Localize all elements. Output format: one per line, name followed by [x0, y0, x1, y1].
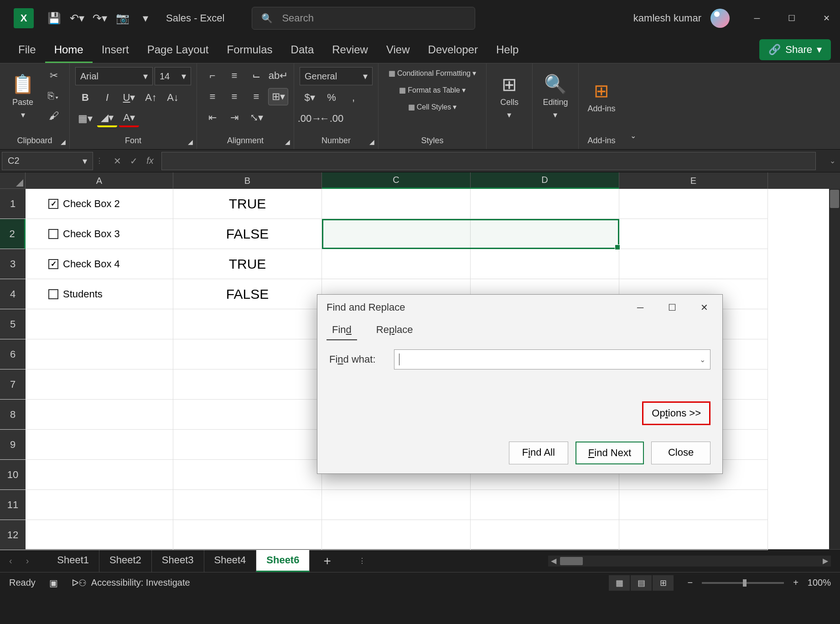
- cell-D12[interactable]: [471, 520, 619, 550]
- row-header-8[interactable]: 8: [0, 400, 26, 430]
- checkbox[interactable]: [48, 229, 58, 239]
- expand-formula-bar-button[interactable]: ⌄: [830, 156, 835, 165]
- column-header-C[interactable]: C: [322, 172, 471, 189]
- cell-styles-button[interactable]: ▦ Cell Styles ▾: [384, 101, 481, 113]
- font-launcher[interactable]: ◢: [188, 138, 193, 146]
- row-header-10[interactable]: 10: [0, 460, 26, 490]
- macro-record-button[interactable]: ▣: [49, 577, 58, 588]
- cell-A1[interactable]: Check Box 2: [26, 189, 173, 219]
- dialog-close-button[interactable]: ✕: [695, 298, 713, 317]
- insert-function-button[interactable]: fx: [143, 154, 157, 168]
- sheet-nav-prev-button[interactable]: ‹: [9, 556, 12, 566]
- row-header-4[interactable]: 4: [0, 279, 26, 309]
- row-header-1[interactable]: 1: [0, 189, 26, 219]
- sheet-tab-sheet2[interactable]: Sheet2: [99, 550, 152, 572]
- conditional-formatting-button[interactable]: ▦ Conditional Formatting ▾: [384, 67, 481, 79]
- tab-help[interactable]: Help: [487, 38, 528, 63]
- column-header-E[interactable]: E: [619, 172, 768, 189]
- tab-insert[interactable]: Insert: [93, 38, 138, 63]
- find-all-button[interactable]: Find All: [509, 442, 568, 464]
- tab-review[interactable]: Review: [323, 38, 377, 63]
- accessibility-button[interactable]: ᐅ⚇ Accessibility: Investigate: [72, 577, 190, 588]
- column-header-B[interactable]: B: [173, 172, 322, 189]
- select-all-corner[interactable]: [0, 172, 26, 189]
- sheet-tab-sheet3[interactable]: Sheet3: [152, 550, 204, 572]
- maximize-button[interactable]: ☐: [783, 9, 801, 27]
- cell-B10[interactable]: [173, 460, 322, 490]
- row-header-6[interactable]: 6: [0, 339, 26, 369]
- paste-button[interactable]: 📋 Paste ▾: [5, 67, 40, 126]
- cell-D1[interactable]: [471, 189, 619, 219]
- cell-A7[interactable]: [26, 369, 173, 400]
- scroll-right-button[interactable]: ▶: [820, 556, 831, 565]
- enter-formula-button[interactable]: ✓: [127, 154, 140, 168]
- tab-home[interactable]: Home: [45, 38, 93, 63]
- dialog-maximize-button[interactable]: ☐: [663, 298, 681, 317]
- sheet-tab-sheet6[interactable]: Sheet6: [256, 550, 310, 572]
- cancel-formula-button[interactable]: ✕: [110, 154, 124, 168]
- vertical-scrollbar[interactable]: [829, 189, 840, 549]
- cell-B5[interactable]: [173, 309, 322, 339]
- page-break-view-button[interactable]: ⊞: [653, 575, 674, 591]
- number-launcher[interactable]: ◢: [369, 138, 374, 146]
- align-middle-button[interactable]: ≡: [224, 67, 244, 84]
- user-account[interactable]: kamlesh kumar: [633, 9, 730, 28]
- tab-formulas[interactable]: Formulas: [218, 38, 282, 63]
- cell-B7[interactable]: [173, 369, 322, 400]
- cell-B6[interactable]: [173, 339, 322, 369]
- options-button[interactable]: Options >>: [642, 401, 710, 425]
- search-box[interactable]: 🔍 Search: [252, 7, 475, 30]
- bold-button[interactable]: B: [75, 89, 95, 106]
- close-dialog-button[interactable]: Close: [651, 442, 710, 464]
- redo-icon[interactable]: ↷▾: [93, 11, 107, 25]
- chevron-down-icon[interactable]: ⌄: [700, 355, 705, 364]
- increase-decimal-button[interactable]: .00→: [300, 110, 320, 127]
- cell-E12[interactable]: [619, 520, 768, 550]
- cell-B11[interactable]: [173, 490, 322, 520]
- row-header-5[interactable]: 5: [0, 309, 26, 339]
- align-bottom-button[interactable]: ⌙: [246, 67, 266, 84]
- column-header-A[interactable]: A: [26, 172, 173, 189]
- cell-A4[interactable]: Students: [26, 279, 173, 309]
- addins-button[interactable]: ⊞ Add-ins: [584, 67, 619, 126]
- find-tab[interactable]: Find: [327, 320, 357, 340]
- collapse-ribbon-button[interactable]: ⌄: [624, 63, 643, 149]
- row-header-9[interactable]: 9: [0, 430, 26, 460]
- align-left-button[interactable]: ≡: [202, 88, 223, 105]
- wrap-text-button[interactable]: ab↵: [268, 67, 288, 84]
- cell-C12[interactable]: [322, 520, 471, 550]
- cell-B8[interactable]: [173, 400, 322, 430]
- cell-A12[interactable]: [26, 520, 173, 550]
- merge-button[interactable]: ⊞▾: [268, 88, 288, 105]
- cell-B1[interactable]: TRUE: [173, 189, 322, 219]
- dialog-minimize-button[interactable]: ─: [631, 298, 649, 317]
- scroll-left-button[interactable]: ◀: [548, 556, 559, 565]
- increase-indent-button[interactable]: ⇥: [224, 109, 244, 126]
- scrollbar-thumb[interactable]: [830, 190, 839, 208]
- cell-E1[interactable]: [619, 189, 768, 219]
- cell-D11[interactable]: [471, 490, 619, 520]
- close-button[interactable]: ✕: [817, 9, 835, 27]
- cell-C11[interactable]: [322, 490, 471, 520]
- cell-D2[interactable]: [471, 219, 619, 249]
- cell-B4[interactable]: FALSE: [173, 279, 322, 309]
- tab-developer[interactable]: Developer: [419, 38, 487, 63]
- cell-E3[interactable]: [619, 249, 768, 279]
- cell-C3[interactable]: [322, 249, 471, 279]
- normal-view-button[interactable]: ▦: [609, 575, 630, 591]
- camera-icon[interactable]: 📷: [116, 11, 130, 25]
- font-color-button[interactable]: A▾: [119, 110, 139, 127]
- format-as-table-button[interactable]: ▦ Format as Table ▾: [384, 84, 481, 96]
- checkbox[interactable]: [48, 199, 58, 209]
- dialog-titlebar[interactable]: Find and Replace ─ ☐ ✕: [317, 295, 722, 320]
- cell-A11[interactable]: [26, 490, 173, 520]
- align-right-button[interactable]: ≡: [246, 88, 266, 105]
- cell-A3[interactable]: Check Box 4: [26, 249, 173, 279]
- cell-D3[interactable]: [471, 249, 619, 279]
- name-box[interactable]: C2 ▾: [2, 152, 93, 170]
- cell-B2[interactable]: FALSE: [173, 219, 322, 249]
- add-sheet-button[interactable]: +: [323, 554, 331, 568]
- undo-icon[interactable]: ↶▾: [70, 11, 84, 25]
- percent-button[interactable]: %: [321, 89, 342, 106]
- column-header-D[interactable]: D: [471, 172, 619, 189]
